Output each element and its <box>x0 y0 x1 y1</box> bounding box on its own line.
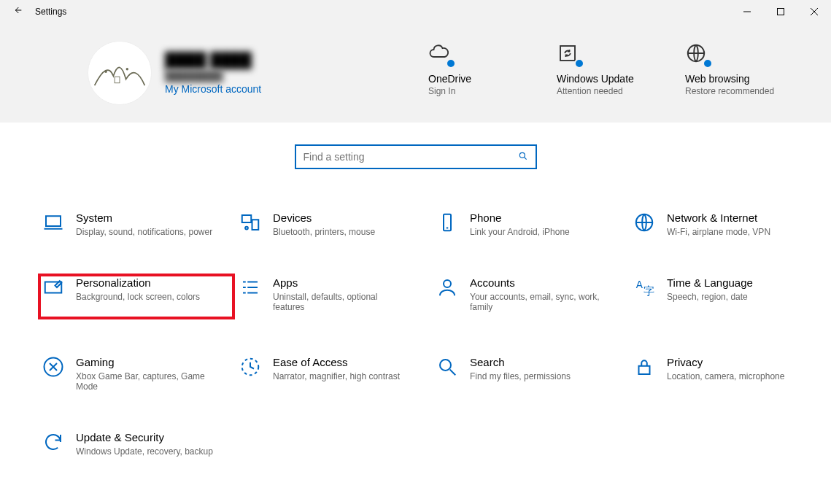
devices-icon <box>238 212 263 236</box>
cat-title: Gaming <box>76 356 214 368</box>
tile-sub: Attention needed <box>557 86 659 96</box>
svg-rect-34 <box>639 366 650 374</box>
cat-title: Network & Internet <box>667 212 770 224</box>
cat-title: Apps <box>273 276 411 289</box>
svg-rect-8 <box>560 46 575 61</box>
tile-title: Web browsing <box>685 73 787 85</box>
svg-line-33 <box>450 370 456 376</box>
close-button[interactable] <box>797 0 831 23</box>
apps-icon <box>238 276 263 301</box>
category-search[interactable]: SearchFind my files, permissions <box>432 353 629 395</box>
category-system[interactable]: SystemDisplay, sound, notifications, pow… <box>38 209 235 240</box>
cat-title: Personalization <box>76 276 200 289</box>
svg-line-11 <box>524 157 526 159</box>
cat-title: Privacy <box>667 356 784 368</box>
tile-sub: Sign In <box>428 86 530 96</box>
svg-point-5 <box>104 71 107 73</box>
svg-point-32 <box>440 360 451 371</box>
cat-title: Phone <box>470 212 570 224</box>
cat-sub: Link your Android, iPhone <box>470 227 570 237</box>
status-dot-icon <box>574 58 584 69</box>
svg-text:A: A <box>636 279 643 290</box>
category-personalization[interactable]: PersonalizationBackground, lock screen, … <box>38 274 235 319</box>
category-network[interactable]: Network & InternetWi-Fi, airplane mode, … <box>629 209 826 240</box>
category-devices[interactable]: DevicesBluetooth, printers, mouse <box>235 209 432 240</box>
profile[interactable]: ████ ████ ████████ My Microsoft account <box>88 41 409 105</box>
category-update-security[interactable]: Update & SecurityWindows Update, recover… <box>38 428 235 460</box>
cat-sub: Background, lock screen, colors <box>76 292 200 302</box>
cat-sub: Speech, region, date <box>667 292 753 302</box>
phone-icon <box>435 212 460 236</box>
profile-name: ████ ████ <box>165 52 261 69</box>
cat-sub: Find my files, permissions <box>470 371 571 381</box>
personalization-icon <box>41 276 66 301</box>
svg-rect-14 <box>242 215 252 222</box>
category-grid: SystemDisplay, sound, notifications, pow… <box>0 169 831 460</box>
tile-title: Windows Update <box>557 73 659 85</box>
search-icon <box>518 151 528 163</box>
tile-web-browsing[interactable]: Web browsing Restore recommended <box>685 41 787 96</box>
search-icon <box>435 356 460 381</box>
maximize-button[interactable] <box>764 0 797 23</box>
cat-sub: Wi-Fi, airplane mode, VPN <box>667 227 770 237</box>
category-accounts[interactable]: AccountsYour accounts, email, sync, work… <box>432 274 629 319</box>
cat-title: Devices <box>273 212 375 224</box>
avatar <box>88 41 152 105</box>
category-apps[interactable]: AppsUninstall, defaults, optional featur… <box>235 274 432 319</box>
person-icon <box>435 276 460 301</box>
svg-point-10 <box>519 152 525 158</box>
tile-title: OneDrive <box>428 73 530 85</box>
cat-title: Ease of Access <box>273 356 400 368</box>
language-icon: A字 <box>632 276 657 301</box>
svg-rect-12 <box>46 216 61 226</box>
cat-title: Time & Language <box>667 276 753 289</box>
tile-sub: Restore recommended <box>685 86 787 96</box>
cat-sub: Xbox Game Bar, captures, Game Mode <box>76 371 214 392</box>
category-privacy[interactable]: PrivacyLocation, camera, microphone <box>629 353 826 395</box>
cat-title: System <box>76 212 212 224</box>
svg-text:字: 字 <box>643 284 654 297</box>
svg-point-6 <box>126 68 128 70</box>
cat-sub: Location, camera, microphone <box>667 371 784 381</box>
svg-point-4 <box>88 42 151 104</box>
cat-sub: Your accounts, email, sync, work, family <box>470 292 608 312</box>
ease-icon <box>238 356 263 381</box>
search-box[interactable] <box>295 144 537 169</box>
tile-onedrive[interactable]: OneDrive Sign In <box>428 41 530 96</box>
tile-windows-update[interactable]: Windows Update Attention needed <box>557 41 659 96</box>
status-dot-icon <box>703 58 713 69</box>
cat-title: Update & Security <box>76 431 213 443</box>
header: ████ ████ ████████ My Microsoft account … <box>0 23 831 123</box>
cat-sub: Display, sound, notifications, power <box>76 227 212 237</box>
category-time-language[interactable]: A字 Time & LanguageSpeech, region, date <box>629 274 826 319</box>
cat-sub: Uninstall, defaults, optional features <box>273 292 411 312</box>
svg-point-16 <box>245 227 248 230</box>
svg-point-27 <box>444 280 451 287</box>
cat-sub: Bluetooth, printers, mouse <box>273 227 375 237</box>
cat-title: Accounts <box>470 276 608 289</box>
globe-icon <box>632 212 657 236</box>
window-title: Settings <box>35 7 66 17</box>
laptop-icon <box>41 212 66 236</box>
cat-sub: Narrator, magnifier, high contrast <box>273 371 400 381</box>
category-phone[interactable]: PhoneLink your Android, iPhone <box>432 209 629 240</box>
back-button[interactable] <box>0 4 35 19</box>
cat-sub: Windows Update, recovery, backup <box>76 446 213 457</box>
cat-title: Search <box>470 356 571 368</box>
category-gaming[interactable]: GamingXbox Game Bar, captures, Game Mode <box>38 353 235 395</box>
category-ease-of-access[interactable]: Ease of AccessNarrator, magnifier, high … <box>235 353 432 395</box>
svg-rect-15 <box>252 220 259 230</box>
ms-account-link[interactable]: My Microsoft account <box>165 83 261 95</box>
status-dot-icon <box>446 58 456 69</box>
search-input[interactable] <box>304 151 518 163</box>
sync-icon <box>41 431 66 456</box>
lock-icon <box>632 356 657 381</box>
gaming-icon <box>41 356 66 381</box>
svg-rect-1 <box>778 9 784 15</box>
svg-rect-20 <box>45 282 62 293</box>
minimize-button[interactable] <box>730 0 764 23</box>
profile-email: ████████ <box>165 70 261 82</box>
